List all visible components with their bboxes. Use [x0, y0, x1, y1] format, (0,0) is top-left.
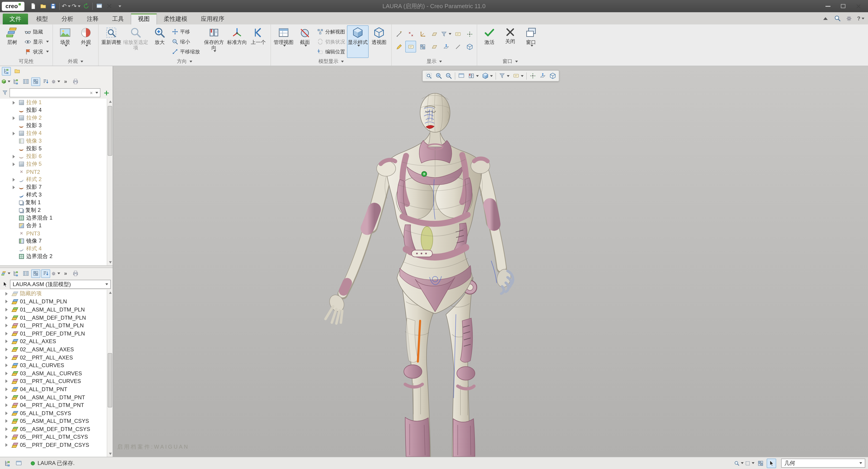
expand-icon[interactable] — [13, 162, 17, 166]
layer-item[interactable]: 02__ASM_ALL_AXES — [0, 345, 107, 353]
tree-item[interactable]: 投影 4 — [0, 107, 107, 114]
layer-item[interactable]: 01_ALL_DTM_PLN — [0, 298, 107, 305]
model-tree-toggle-icon[interactable] — [3, 458, 12, 468]
layer-tree-button[interactable]: 层树 — [2, 25, 23, 58]
view-normal-icon[interactable] — [538, 71, 547, 81]
layer-options-gear-icon[interactable] — [51, 269, 60, 278]
display-style-button[interactable]: 显示样式 — [347, 25, 369, 58]
help-icon[interactable]: ? — [856, 14, 865, 23]
expand-icon[interactable] — [5, 411, 9, 415]
zoom-to-selected-button[interactable]: 缩放至选定项 — [122, 25, 149, 58]
quilt-edges-display-icon[interactable] — [429, 41, 440, 53]
maximize-button[interactable] — [835, 0, 851, 12]
layer-item[interactable]: 05__ASM_ALL_DTM_CSYS — [0, 417, 107, 425]
open-file-icon[interactable] — [38, 1, 48, 11]
layer-item[interactable]: 02__PRT_ALL_AXES — [0, 354, 107, 361]
save-icon[interactable] — [48, 1, 58, 11]
datum-axis-display-icon[interactable] — [394, 28, 404, 40]
pan-button[interactable]: 平移 — [170, 27, 202, 37]
tab-model[interactable]: 模型 — [29, 13, 55, 25]
select-box-tool-icon[interactable] — [745, 458, 754, 468]
datum-point-display-icon[interactable] — [405, 28, 416, 40]
datum-plane-display-icon[interactable] — [429, 28, 440, 40]
group-label-window[interactable]: 窗口 — [477, 58, 543, 65]
simplified-rep-display-icon[interactable] — [464, 41, 475, 53]
tab-view[interactable]: 视图 — [131, 13, 157, 25]
expand-icon[interactable] — [5, 308, 9, 312]
csys-display-icon[interactable] — [417, 28, 428, 40]
expand-icon[interactable] — [5, 403, 9, 407]
print-icon[interactable] — [71, 77, 80, 86]
layer-model-combo[interactable]: LAURA.ASM (顶层模型) — [10, 280, 111, 289]
expand-icon[interactable] — [5, 387, 9, 391]
minimize-button[interactable] — [820, 0, 835, 12]
minimize-ribbon-icon[interactable] — [821, 14, 830, 23]
tree-filter-input[interactable] — [12, 90, 88, 96]
switch-state-button[interactable]: 切换状况 — [315, 37, 347, 47]
tree-item[interactable]: 镜像 3 — [0, 137, 107, 145]
select-cursor-icon[interactable] — [2, 281, 8, 288]
status-button[interactable]: 状况 — [23, 47, 51, 57]
zoom-in-button[interactable]: 放大 — [149, 25, 170, 58]
layer-item[interactable]: 04__PRT_ALL_DTM_PNT — [0, 401, 107, 409]
group-label-model-display[interactable]: 模型显示 — [271, 58, 391, 65]
annotation-display-icon[interactable] — [452, 28, 463, 40]
tree-item[interactable]: 投影 7 — [0, 183, 107, 191]
layer-item[interactable]: 05__PRT_DEF_DTM_CSYS — [0, 441, 107, 449]
datum-display-filters-icon[interactable] — [497, 71, 511, 81]
new-file-icon[interactable] — [28, 1, 38, 11]
expand-icon[interactable] — [13, 178, 17, 181]
layer-item[interactable]: 03__ASM_ALL_CURVES — [0, 370, 107, 377]
customize-quick-access-icon[interactable] — [114, 1, 124, 11]
layer-grid-view-icon[interactable] — [21, 269, 30, 278]
tree-columns-icon[interactable] — [11, 77, 20, 86]
silhouette-edges-display-icon[interactable] — [452, 41, 463, 53]
hide-button[interactable]: 隐藏 — [23, 27, 51, 37]
zoom-out-button[interactable]: 缩小 — [170, 37, 202, 47]
filter-dropdown-icon[interactable] — [95, 92, 98, 94]
cosmetic-sketch-display-icon[interactable] — [394, 41, 404, 53]
expand-icon[interactable] — [5, 300, 9, 303]
graphics-viewport[interactable]: 启用档案件:WAIGUAN — [113, 66, 868, 457]
expand-icon[interactable] — [13, 101, 17, 104]
expand-icon[interactable] — [5, 340, 9, 343]
saved-orientations-icon[interactable] — [466, 71, 480, 81]
tree-item[interactable]: 拉伸 2 — [0, 114, 107, 122]
expand-icon[interactable] — [5, 356, 9, 359]
expand-icon[interactable] — [13, 185, 17, 189]
surface-mesh-display-icon[interactable] — [417, 41, 428, 53]
tree-settings-icon[interactable] — [1, 77, 10, 86]
datum-display-filters-icon[interactable] — [440, 28, 452, 40]
layer-tree-scrollbar[interactable] — [107, 290, 113, 457]
expand-icon[interactable] — [5, 427, 9, 431]
snapshot-tool-icon[interactable] — [756, 458, 765, 468]
tree-item[interactable]: 拉伸 1 — [0, 99, 107, 107]
more-chevrons-icon[interactable]: » — [61, 77, 70, 86]
expand-icon[interactable] — [5, 443, 9, 447]
group-label-orientation[interactable]: 方向 — [99, 58, 271, 65]
refit-icon[interactable] — [424, 71, 433, 81]
layer-item[interactable]: 01__PRT_ALL_DTM_PLN — [0, 322, 107, 329]
layer-item[interactable]: 04_ALL_DTM_PNT — [0, 385, 107, 393]
browser-toggle-icon[interactable] — [14, 458, 24, 468]
folder-browser-tab-icon[interactable] — [13, 67, 22, 76]
layer-settings-icon[interactable] — [1, 269, 10, 278]
tree-item[interactable]: 样式 4 — [0, 245, 107, 253]
tree-grid-view-icon[interactable] — [31, 77, 40, 86]
sections-button[interactable]: 截面 — [294, 25, 315, 58]
tree-item[interactable]: 复制 2 — [0, 206, 107, 214]
laura-3d-model[interactable] — [113, 66, 868, 457]
expand-icon[interactable] — [5, 316, 9, 319]
model-tree-tab-icon[interactable] — [2, 67, 11, 76]
expand-icon[interactable] — [5, 292, 9, 296]
tab-tools[interactable]: 工具 — [105, 13, 131, 25]
show-button[interactable]: 显示 — [23, 37, 51, 47]
annotation-display-icon[interactable] — [511, 71, 525, 81]
tree-item[interactable]: 样式 2 — [0, 176, 107, 183]
tree-item[interactable]: 边界混合 2 — [0, 253, 107, 260]
expand-icon[interactable] — [13, 116, 17, 120]
expand-icon[interactable] — [13, 131, 17, 135]
tree-item[interactable]: 投影 5 — [0, 145, 107, 152]
layer-item[interactable]: 01__PRT_DEF_DTM_PLN — [0, 329, 107, 338]
tab-analysis[interactable]: 分析 — [55, 13, 80, 25]
